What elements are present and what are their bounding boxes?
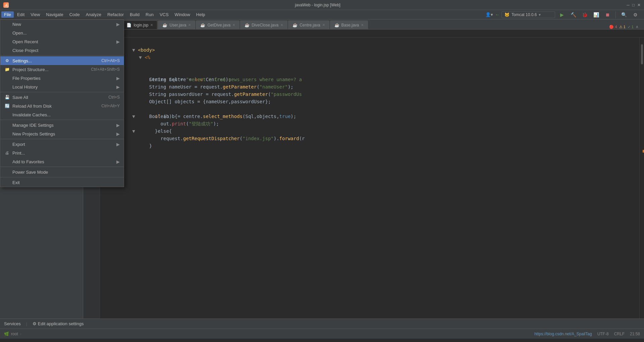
menu-file-properties[interactable]: File Properties ▶ xyxy=(0,74,124,82)
menu-project-structure[interactable]: 📁 Project Structure... Ctrl+Alt+Shift+S xyxy=(0,65,124,74)
window-controls: ─ □ ✕ xyxy=(627,3,641,7)
menu-edit[interactable]: Edit xyxy=(14,11,27,18)
editor-wrapper: ⚙ properties ✕ 📄 login.jsp ✕ ☕ User.java… xyxy=(83,19,644,319)
run-config-label: Tomcat 10.0.6 xyxy=(512,12,537,17)
scrollbar-track[interactable] xyxy=(639,38,644,319)
menu-settings[interactable]: ⚙ Settings... Ctrl+Alt+S xyxy=(0,56,124,65)
back-icon[interactable]: ← xyxy=(495,12,499,17)
debug-button[interactable]: 🐞 xyxy=(580,10,589,19)
run-config-selector[interactable]: 🐱 Tomcat 10.0.6 ▾ xyxy=(501,11,555,18)
menu-build[interactable]: Build xyxy=(127,11,142,18)
tomcat-icon: 🐱 xyxy=(504,12,509,17)
build-button[interactable]: 🔨 xyxy=(569,10,578,19)
tab-centre-java[interactable]: ☕ Centre.java ✕ xyxy=(288,20,329,29)
code-editor[interactable]: ▼ ▼ 22 23 24 25 26 xyxy=(83,38,644,319)
project-structure-icon: 📁 xyxy=(4,67,10,72)
close-project-label: Close Project xyxy=(12,48,38,53)
invalidate-label: Invalidate Caches... xyxy=(12,112,51,117)
menu-print[interactable]: 🖨 Print... xyxy=(0,149,124,157)
menu-code[interactable]: Code xyxy=(67,11,83,18)
settings-button[interactable]: ⚙ xyxy=(631,10,640,19)
menu-power-save[interactable]: Power Save Mode xyxy=(0,168,124,176)
app-icon: J xyxy=(3,2,9,8)
login-tab-icon: 📄 xyxy=(126,23,131,27)
new-projects-label: New Projects Settings xyxy=(12,131,55,136)
tab-base-java[interactable]: ☕ Base.java ✕ xyxy=(330,20,368,29)
menu-help[interactable]: Help xyxy=(194,11,208,18)
breadcrumb-bar: root › xyxy=(83,30,644,38)
close-button[interactable]: ✕ xyxy=(637,3,641,7)
menu-new-projects-settings[interactable]: New Projects Settings ▶ xyxy=(0,129,124,138)
menu-invalidate-caches[interactable]: Invalidate Caches... xyxy=(0,110,124,119)
code-content[interactable]: ▼ <body> ▼ <% Centre centre = new Centre… xyxy=(100,38,644,319)
diveclose-tab-label: DiveClose.java xyxy=(252,23,278,27)
diveclose-tab-close[interactable]: ✕ xyxy=(280,23,283,27)
expand-icon[interactable]: ∧ xyxy=(636,24,639,29)
edit-app-settings-label[interactable]: ⚙ Edit application settings xyxy=(33,321,84,326)
menu-open[interactable]: Open... xyxy=(0,28,124,37)
menu-manage-ide[interactable]: Manage IDE Settings ▶ xyxy=(0,121,124,129)
menu-new[interactable]: New ▶ xyxy=(0,20,124,28)
manage-ide-label: Manage IDE Settings xyxy=(12,123,54,128)
menu-navigate[interactable]: Navigate xyxy=(43,11,66,18)
menu-export[interactable]: Export ▶ xyxy=(0,140,124,149)
maximize-button[interactable]: □ xyxy=(632,3,635,7)
export-arrow: ▶ xyxy=(116,142,120,147)
tab-getdive-java[interactable]: ☕ GetDive.java ✕ xyxy=(196,20,239,29)
menu-file[interactable]: File xyxy=(1,11,14,18)
profile-icon[interactable]: 👤▾ xyxy=(485,12,493,17)
tab-login-jsp[interactable]: 📄 login.jsp ✕ xyxy=(122,20,157,29)
save-all-label: Save All xyxy=(12,95,28,100)
menu-refactor[interactable]: Refactor xyxy=(105,11,126,18)
line-ending-label[interactable]: CRLF xyxy=(614,332,625,336)
minimize-button[interactable]: ─ xyxy=(627,3,630,7)
file-properties-arrow: ▶ xyxy=(116,76,120,81)
menu-reload[interactable]: 🔄 Reload All from Disk Ctrl+Alt+Y xyxy=(0,102,124,110)
menu-save-all[interactable]: 💾 Save All Ctrl+S xyxy=(0,93,124,102)
tab-user-java[interactable]: ☕ User.java ✕ xyxy=(158,20,195,29)
save-all-shortcut: Ctrl+S xyxy=(108,95,120,100)
menu-close-project[interactable]: Close Project xyxy=(0,46,124,55)
print-icon: 🖨 xyxy=(4,151,10,155)
scrollbar-thumb[interactable] xyxy=(641,44,643,64)
menu-exit[interactable]: Exit xyxy=(0,178,124,187)
search-everywhere-button[interactable]: 🔍 xyxy=(619,10,629,19)
base-tab-close[interactable]: ✕ xyxy=(361,23,364,27)
settings-menu-icon: ⚙ xyxy=(4,58,10,63)
centre-tab-close[interactable]: ✕ xyxy=(322,23,325,27)
getdive-tab-label: GetDive.java xyxy=(207,23,230,27)
centre-tab-label: Centre.java xyxy=(300,23,320,27)
services-label[interactable]: Services xyxy=(4,321,21,326)
settings-cog-icon: ⚙ xyxy=(33,321,37,326)
menu-run[interactable]: Run xyxy=(143,11,156,18)
profile-run-button[interactable]: 📊 xyxy=(591,10,601,19)
tab-diveclose-java[interactable]: ☕ DiveClose.java ✕ xyxy=(240,20,287,29)
getdive-tab-close[interactable]: ✕ xyxy=(232,23,235,27)
login-tab-close[interactable]: ✕ xyxy=(150,23,153,27)
menu-bar: File Edit View Navigate Code Analyze Ref… xyxy=(0,10,644,19)
user-tab-label: User.java xyxy=(169,23,186,27)
stop-button[interactable]: ⏹ xyxy=(603,10,612,19)
menu-view[interactable]: View xyxy=(28,11,43,18)
getdive-tab-icon: ☕ xyxy=(200,23,205,27)
menu-add-favorites[interactable]: Add to Favorites ▶ xyxy=(0,157,124,166)
ok-count: ✓ 1 xyxy=(628,25,634,29)
menu-window[interactable]: Window xyxy=(172,11,193,18)
code-line-if: ▼ if (b) { xyxy=(104,105,640,113)
user-tab-close[interactable]: ✕ xyxy=(188,23,191,27)
menu-local-history[interactable]: Local History ▶ xyxy=(0,82,124,91)
branch-icon: 🌿 xyxy=(4,332,9,336)
code-line-dispatcher: request.getRequestDispatcher("index.jsp"… xyxy=(104,127,640,135)
run-button[interactable]: ▶ xyxy=(557,10,567,19)
user-tab-icon: ☕ xyxy=(162,23,167,27)
run-config-arrow: ▾ xyxy=(539,12,541,17)
branch-label[interactable]: root xyxy=(11,332,18,336)
menu-analyze[interactable]: Analyze xyxy=(83,11,104,18)
warning-count: ⚠ 1 xyxy=(619,25,626,29)
menu-open-recent[interactable]: Open Recent ▶ xyxy=(0,37,124,46)
encoding-label[interactable]: UTF-8 xyxy=(597,332,609,336)
window-title: javaWeb - login.jsp [Web] xyxy=(9,3,627,7)
file-properties-label: File Properties xyxy=(12,76,41,81)
menu-vcs[interactable]: VCS xyxy=(157,11,171,18)
save-all-icon: 💾 xyxy=(4,95,10,100)
